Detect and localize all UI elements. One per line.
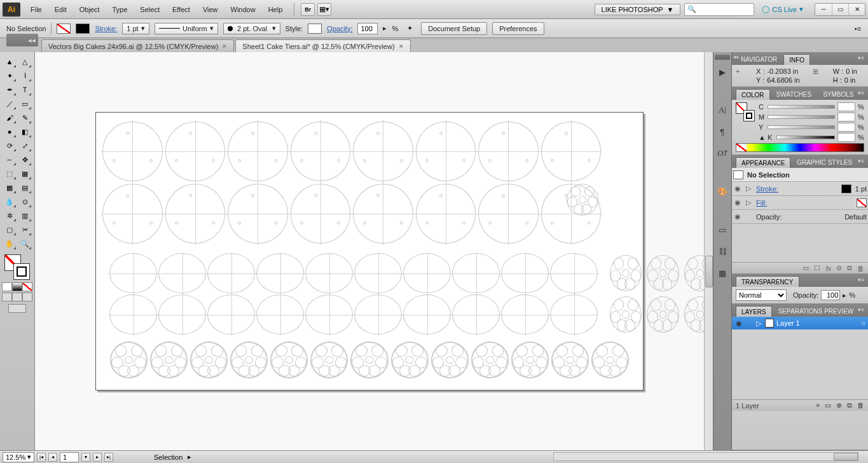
tab-layers[interactable]: LAYERS [736,306,772,317]
m-value[interactable] [837,113,855,121]
color-mode-none[interactable] [22,282,32,291]
dock-docinfo-icon[interactable]: ▭ [715,220,730,239]
duplicate-icon[interactable]: ⧉ [847,264,852,272]
tool-pencil[interactable]: ✎ [17,111,32,125]
search-input[interactable]: 🔍 [684,3,754,16]
make-clip-icon[interactable]: ▭ [825,401,831,410]
doc-tab-1[interactable]: Sheet1 Cake Tiers.ai* @ 12.5% (CMYK/Prev… [235,39,410,52]
tool-mesh[interactable]: ▩ [2,181,17,195]
tab-appearance[interactable]: APPEARANCE [736,157,790,168]
tool-eraser[interactable]: ◧ [17,125,32,139]
draw-inside[interactable] [22,293,32,301]
dock-grip[interactable] [715,55,730,60]
tab-symbols[interactable]: SYMBOLS [818,89,858,100]
fill-stroke-control[interactable] [4,254,30,280]
tool-gradient[interactable]: ▤ [17,181,32,195]
menu-type[interactable]: Type [106,3,134,16]
color-mode-color[interactable] [2,282,12,291]
cs-live-button[interactable]: ◯CS Live▾ [758,5,807,13]
tab-graphic-styles[interactable]: GRAPHIC STYLES [792,157,857,168]
dock-links-icon[interactable]: ⛓ [715,242,730,261]
width-profile-dropdown[interactable]: 2 pt. Oval▾ [223,23,280,34]
menu-help[interactable]: Help [262,3,289,16]
tab-transparency[interactable]: TRANSPARENCY [736,276,799,287]
artboard-nav-dropdown[interactable]: ▾ [81,453,90,462]
dock-opentype-icon[interactable]: OT [715,144,730,163]
screen-mode-button[interactable] [8,304,26,313]
tool-magic-wand[interactable]: ✦ [2,69,17,83]
color-spectrum[interactable] [736,143,864,152]
visibility-icon[interactable]: ◉ [733,198,742,207]
bridge-icon[interactable]: Br [301,3,315,16]
artboard-number[interactable]: 1 [60,452,79,462]
tool-lasso[interactable]: ⌇ [17,69,32,83]
tool-column-graph[interactable]: ▥ [17,209,32,223]
dock-color-guide-icon[interactable]: 🎨 [715,182,730,201]
stroke-link[interactable]: Stroke: [95,25,117,32]
expand-icon[interactable]: ▷ [756,319,762,328]
new-sublayer-icon[interactable]: ⊕ [836,401,842,410]
fill-row-label[interactable]: Fill: [756,199,853,207]
doc-tab-0[interactable]: Vectors Big Cakes 24x96.ai @ 12.5% (CMYK… [41,39,234,52]
panel-menu-icon[interactable]: ▾≡ [858,277,865,284]
scrollbar-thumb[interactable] [705,256,713,287]
fx-icon[interactable]: fx [825,265,831,272]
tool-selection[interactable]: ▲ [2,55,17,69]
vertical-scrollbar[interactable] [704,52,713,450]
tab-swatches[interactable]: SWATCHES [771,89,817,100]
tool-blend[interactable]: ⊙ [17,195,32,209]
tool-eyedropper[interactable]: 💧 [2,195,17,209]
last-artboard-button[interactable]: ▸| [104,453,113,462]
y-slider[interactable] [768,125,835,129]
tool-line[interactable]: ／ [2,97,17,111]
tool-scale[interactable]: ⤢ [17,139,32,153]
next-artboard-button[interactable]: ▸ [93,453,102,462]
stroke-weight-input[interactable]: 1 pt▾ [122,23,149,34]
menu-select[interactable]: Select [134,3,166,16]
control-flyout-icon[interactable]: •≡ [854,25,862,32]
opacity-link[interactable]: Opacity: [327,25,352,32]
horizontal-scrollbar[interactable] [553,452,858,461]
k-slider[interactable] [776,135,835,139]
prev-artboard-button[interactable]: ◂ [48,453,57,462]
layer-row[interactable]: ◉ ▷ Layer 1 ○ [732,317,868,329]
tool-zoom[interactable]: 🔍 [17,237,32,251]
menu-window[interactable]: Window [224,3,262,16]
close-tab-icon[interactable]: ✕ [399,43,404,50]
c-value[interactable] [837,102,855,111]
tool-slice[interactable]: ✂ [17,223,32,237]
dock-character-icon[interactable]: A| [715,100,730,120]
workspace-switcher[interactable]: LIKE PHOTOSHOP▼ [595,4,681,15]
trash-icon[interactable]: 🗑 [857,401,864,410]
panel-menu-icon[interactable]: ▾≡ [858,90,865,97]
tool-direct-selection[interactable]: △ [17,55,32,69]
tool-rectangle[interactable]: ▭ [17,97,32,111]
style-swatch[interactable] [308,24,322,34]
tool-shape-builder[interactable]: ⬚ [2,167,17,181]
dock-play-icon[interactable]: ▶ [715,62,730,81]
c-slider[interactable] [768,105,835,109]
target-icon[interactable]: ○ [861,319,865,327]
tool-type[interactable]: T [17,83,32,97]
draw-normal[interactable] [2,293,12,301]
k-value[interactable] [837,133,855,142]
opacity-input[interactable] [821,290,840,300]
stroke-swatch[interactable] [76,24,90,34]
scrollbar-thumb[interactable] [834,453,858,460]
close-tab-icon[interactable]: ✕ [222,43,227,50]
minimize-button[interactable]: ─ [815,4,832,15]
tool-paintbrush[interactable]: 🖌 [2,111,17,125]
tool-blob-brush[interactable]: ● [2,125,17,139]
visibility-icon[interactable]: ◉ [734,319,743,328]
first-artboard-button[interactable]: |◂ [37,453,46,462]
panel-menu-icon[interactable]: ▾≡ [858,307,865,314]
tool-hand[interactable]: ✋ [2,237,17,251]
tool-pen[interactable]: ✒ [2,83,17,97]
tab-separations[interactable]: SEPARATIONS PREVIEW [773,306,859,317]
dock-paragraph-icon[interactable]: ¶ [715,122,730,141]
arrange-docs-icon[interactable]: ▦▾ [317,3,331,16]
zoom-input[interactable]: 12.5%▾ [3,452,34,462]
status-menu-icon[interactable]: ▸ [188,453,191,461]
preferences-button[interactable]: Preferences [492,22,544,35]
opacity-row-label[interactable]: Opacity: [756,213,841,221]
